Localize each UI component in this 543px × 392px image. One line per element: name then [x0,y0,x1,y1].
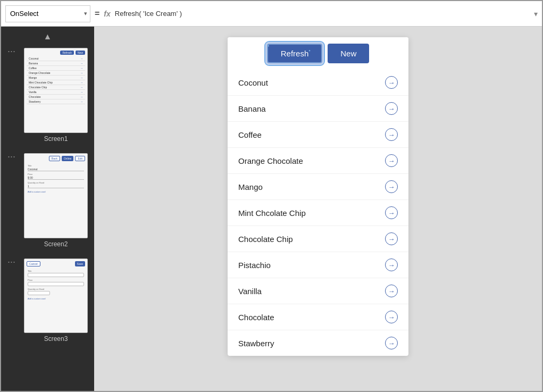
screen3-label: Screen3 [24,335,88,345]
ice-cream-list: Coconut → Banana → Coffee → Orange Choco… [228,70,408,356]
formula-input[interactable] [115,5,530,22]
list-item[interactable]: Stawberry → [228,330,408,356]
thumb-item: Mint Chocolate Chip→ [27,80,85,85]
list-item[interactable]: Coconut → [228,70,408,96]
thumb-new-btn: New [76,51,85,55]
screen1-dots[interactable]: ··· [3,44,20,59]
item-arrow[interactable]: → [385,206,398,219]
thumb-item: Vanilla→ [27,90,85,95]
screen3-content: Title Price Quantity on Hand Add a custo… [27,269,85,301]
item-name: Coconut [238,78,268,87]
item-name: Vanilla [238,287,262,296]
thumb-item: Stawberry→ [27,99,85,104]
screen2-label: Screen2 [24,240,88,250]
formula-bar: OnSelect = fx ▾ [1,1,542,27]
item-arrow[interactable]: → [385,154,398,167]
thumb-item: Mango→ [27,76,85,80]
item-name: Orange Chocolate [238,156,303,165]
list-item[interactable]: Orange Chocolate → [228,148,408,174]
list-item[interactable]: Chocolate → [228,304,408,330]
screen1-thumb: Refresh New Coconut→ Banana→ Coffee→ Ora… [24,48,88,133]
item-arrow[interactable]: → [385,128,398,141]
list-item[interactable]: Chocolate Chip → [228,226,408,252]
item-name: Coffee [238,130,262,139]
thumb-item: Coffee→ [27,66,85,71]
thumb-back-btn: Back [49,156,60,161]
screen2-dots[interactable]: ··· [3,149,20,164]
thumb-item: Coconut→ [27,56,85,61]
item-arrow[interactable]: → [385,337,398,349]
screen3-preview[interactable]: Cancel Save Title Price Quantity on Hand… [20,254,92,349]
main-layout: ▲ ··· Refresh New Coconut→ Banana→ Coffe… [1,27,542,392]
thumb-refresh-btn: Refresh [60,51,74,55]
thumb-item: Banana→ [27,61,85,66]
scroll-up[interactable]: ▲ [1,30,94,44]
sidebar: ▲ ··· Refresh New Coconut→ Banana→ Coffe… [1,27,94,392]
screen1-label: Screen1 [24,135,88,145]
thumb-item: Orange Chocolate→ [27,71,85,76]
list-item[interactable]: Pistachio → [228,252,408,278]
item-arrow[interactable]: → [385,180,398,193]
thumb-edit-btn: Edit [75,156,85,161]
item-name: Chocolate Chip [238,235,293,244]
screen1-preview[interactable]: Refresh New Coconut→ Banana→ Coffee→ Ora… [20,44,92,149]
item-arrow[interactable]: → [385,76,398,89]
thumb-cancel-btn: Cancel [27,261,40,266]
formula-dropdown-arrow[interactable]: ▾ [534,10,538,18]
thumb-item: Chocolate Chip→ [27,85,85,90]
canvas-area: Refresh New Coconut → Banana → Coffee → … [94,27,542,392]
property-selector[interactable]: OnSelect [5,5,90,22]
screen2-preview[interactable]: Back Online Edit Title Coconut Price $ 0… [20,149,92,254]
screen3-dots[interactable]: ··· [3,254,20,270]
screen2-content: Title Coconut Price $ 00 Quantity on Han… [27,163,85,194]
list-item[interactable]: Banana → [228,96,408,122]
item-name: Pistachio [238,261,271,270]
thumb-online-btn: Online [62,156,73,161]
fx-icon: fx [104,10,110,18]
thumb-save-btn: Save [75,261,85,266]
item-name: Banana [238,104,266,113]
item-name: Mango [238,182,263,191]
item-name: Stawberry [238,339,274,348]
list-item[interactable]: Vanilla → [228,278,408,304]
equals-sign: = [95,9,99,19]
list-item[interactable]: Mint Chcolate Chip → [228,200,408,226]
item-arrow[interactable]: → [385,102,398,115]
property-dropdown[interactable]: OnSelect [5,5,90,22]
item-arrow[interactable]: → [385,258,398,271]
screen2-thumb: Back Online Edit Title Coconut Price $ 0… [24,153,88,238]
screen3-thumb: Cancel Save Title Price Quantity on Hand… [24,258,88,333]
new-button[interactable]: New [328,44,369,63]
item-name: Mint Chcolate Chip [238,208,306,218]
scroll-up-arrow[interactable]: ▲ [44,32,52,41]
item-arrow[interactable]: → [385,311,398,323]
app-frame: Refresh New Coconut → Banana → Coffee → … [228,37,408,356]
item-arrow[interactable]: → [385,232,398,245]
thumb-item: Chocolate→ [27,95,85,99]
app-header: Refresh New [228,37,408,70]
refresh-button[interactable]: Refresh [267,44,323,63]
item-arrow[interactable]: → [385,285,398,297]
list-item[interactable]: Mango → [228,174,408,200]
list-item[interactable]: Coffee → [228,122,408,148]
item-name: Chocolate [238,313,274,322]
